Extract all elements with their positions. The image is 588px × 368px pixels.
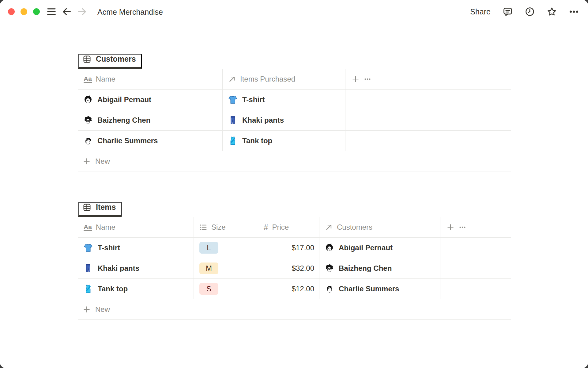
tank-top-icon	[228, 136, 237, 145]
name-cell[interactable]: T-shirt	[78, 238, 194, 258]
price-cell[interactable]: $32.00	[258, 258, 319, 278]
relation-cell[interactable]: Baizheng Chen	[319, 258, 440, 278]
size-badge: M	[199, 263, 218, 274]
table-header-row: Aa Name Items Purchased	[78, 69, 511, 90]
new-row-label: New	[95, 305, 110, 314]
page-link[interactable]: Tank top	[98, 285, 128, 293]
column-label: Size	[211, 223, 226, 232]
tab-label: Items	[96, 203, 116, 212]
page-link[interactable]: Tank top	[242, 136, 272, 145]
forward-icon[interactable]	[76, 6, 88, 18]
customers-database: Customers Aa Name Items Purchased	[78, 49, 511, 171]
comments-icon[interactable]	[502, 6, 514, 18]
items-database: Items Aa Name Size # Price	[78, 197, 511, 320]
tab-items[interactable]: Items	[78, 202, 122, 217]
empty-cell	[440, 238, 511, 258]
column-label: Customers	[337, 223, 372, 232]
add-column-button[interactable]	[352, 75, 360, 83]
size-cell[interactable]: L	[194, 238, 258, 258]
page-link[interactable]: Baizheng Chen	[339, 264, 392, 273]
titlebar: Acme Merchandise Share	[0, 0, 588, 23]
relation-cell[interactable]: Tank top	[223, 131, 345, 151]
table-options-icon[interactable]	[364, 75, 371, 83]
avatar	[84, 116, 92, 125]
name-cell[interactable]: Tank top	[78, 279, 194, 299]
relation-cell[interactable]: T-shirt	[223, 90, 345, 110]
customers-view-tabs: Customers	[78, 49, 511, 69]
favorite-star-icon[interactable]	[546, 6, 558, 18]
header-tools	[345, 69, 511, 89]
avatar	[84, 95, 92, 104]
table-row: T-shirt L $17.00 Abigail Pernaut	[78, 238, 511, 258]
column-label: Name	[96, 75, 115, 83]
table-row: Charlie Summers Tank top	[78, 131, 511, 151]
column-header-name[interactable]: Aa Name	[78, 217, 194, 237]
column-header-items-purchased[interactable]: Items Purchased	[223, 69, 345, 89]
page-link[interactable]: T-shirt	[98, 243, 120, 252]
page-link[interactable]: Charlie Summers	[97, 136, 158, 145]
minimize-window-button[interactable]	[21, 8, 27, 15]
close-window-button[interactable]	[8, 8, 15, 15]
relation-arrow-icon	[325, 223, 333, 231]
add-column-button[interactable]	[447, 223, 454, 231]
zoom-window-button[interactable]	[33, 8, 40, 15]
t-shirt-icon	[228, 95, 237, 104]
page-content: Customers Aa Name Items Purchased	[78, 49, 511, 320]
more-options-icon[interactable]	[568, 6, 580, 18]
text-type-icon: Aa	[84, 224, 92, 231]
table-row: Abigail Pernaut T-shirt	[78, 90, 511, 110]
name-cell[interactable]: Abigail Pernaut	[78, 90, 223, 110]
page-link[interactable]: T-shirt	[242, 95, 265, 104]
table-row: Tank top S $12.00 Charlie Summers	[78, 279, 511, 299]
empty-cell	[440, 279, 511, 299]
relation-cell[interactable]: Abigail Pernaut	[319, 238, 440, 258]
page-link[interactable]: Baizheng Chen	[97, 116, 150, 125]
page-link[interactable]: Abigail Pernaut	[339, 243, 393, 252]
size-cell[interactable]: S	[194, 279, 258, 299]
column-label: Name	[96, 223, 115, 232]
column-header-name[interactable]: Aa Name	[78, 69, 223, 89]
table-row: Baizheng Chen Khaki pants	[78, 110, 511, 131]
table-header-row: Aa Name Size # Price Customers	[78, 217, 511, 238]
page-link[interactable]: Charlie Summers	[339, 285, 399, 293]
table-options-icon[interactable]	[458, 223, 466, 231]
avatar	[325, 285, 334, 293]
relation-cell[interactable]: Khaki pants	[223, 110, 345, 130]
plus-icon	[83, 157, 91, 165]
select-type-icon	[199, 223, 207, 231]
header-tools	[440, 217, 511, 237]
column-label: Items Purchased	[240, 75, 295, 83]
size-cell[interactable]: M	[194, 258, 258, 278]
name-cell[interactable]: Khaki pants	[78, 258, 194, 278]
price-cell[interactable]: $12.00	[258, 279, 319, 299]
number-type-icon: #	[264, 223, 268, 231]
empty-cell	[345, 110, 511, 130]
avatar	[325, 243, 334, 252]
relation-cell[interactable]: Charlie Summers	[319, 279, 440, 299]
page-link[interactable]: Abigail Pernaut	[97, 95, 151, 104]
page-link[interactable]: Khaki pants	[98, 264, 139, 273]
tab-customers[interactable]: Customers	[78, 54, 142, 69]
avatar	[84, 136, 92, 145]
column-label: Price	[272, 223, 289, 232]
pants-icon	[228, 116, 237, 125]
name-cell[interactable]: Baizheng Chen	[78, 110, 223, 130]
breadcrumb-page-title[interactable]: Acme Merchandise	[97, 7, 163, 17]
app-window: Acme Merchandise Share Customers Aa	[0, 0, 588, 368]
new-row-button[interactable]: New	[78, 151, 511, 171]
menu-icon[interactable]	[45, 6, 58, 18]
name-cell[interactable]: Charlie Summers	[78, 131, 223, 151]
relation-arrow-icon	[228, 75, 236, 83]
share-button[interactable]: Share	[469, 6, 492, 18]
column-header-price[interactable]: # Price	[258, 217, 319, 237]
table-view-icon	[83, 55, 91, 63]
column-header-customers[interactable]: Customers	[319, 217, 440, 237]
page-link[interactable]: Khaki pants	[242, 116, 284, 125]
updates-clock-icon[interactable]	[524, 6, 536, 18]
price-cell[interactable]: $17.00	[258, 238, 319, 258]
column-header-size[interactable]: Size	[194, 217, 258, 237]
new-row-button[interactable]: New	[78, 299, 511, 320]
table-view-icon	[83, 203, 91, 212]
plus-icon	[83, 305, 91, 313]
back-icon[interactable]	[61, 6, 73, 18]
